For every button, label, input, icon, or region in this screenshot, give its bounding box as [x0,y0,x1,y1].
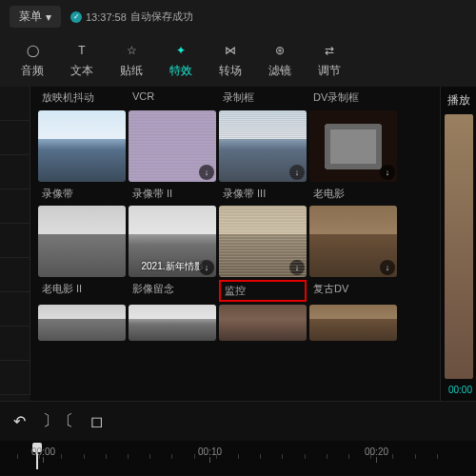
filter-icon: ⊛ [270,41,289,60]
effect-thumbnail[interactable]: ↓ [309,110,397,182]
header-label: VCR [129,90,216,105]
download-icon[interactable]: ↓ [380,165,395,180]
sidebar [0,87,30,401]
split-icon[interactable]: 〕〔 [43,411,73,431]
preview-thumbnail[interactable] [445,114,473,379]
effect-item[interactable] [129,305,216,341]
effect-label: 录像带 III [219,185,307,203]
download-icon[interactable]: ↓ [289,260,305,275]
preview-timecode: 00:00 [448,385,472,395]
menu-label: 菜单 [19,9,42,25]
status-text: 自动保存成功 [130,10,193,24]
effects-gallery: 放映机抖动 VCR 录制框 DV录制框 录像带↓录像带 II↓录像带 III↓老… [30,87,440,401]
effect-thumbnail[interactable] [309,305,397,341]
effect-item[interactable] [38,305,126,341]
effect-thumbnail[interactable] [38,206,126,277]
preview-label: 播放 [447,92,470,109]
check-icon: ✓ [70,11,82,23]
effect-thumbnail[interactable] [38,110,126,182]
sidebar-item[interactable] [0,189,30,224]
sticker-icon: ☆ [122,41,141,60]
effect-item[interactable]: 2021.新年情影↓影像留念 [129,206,216,302]
menu-button[interactable]: 菜单 ▾ [10,6,61,28]
effect-label: 录像带 [38,185,126,203]
effect-item[interactable]: ↓录像带 III [219,110,307,203]
sidebar-item[interactable] [0,121,30,155]
header-label: 放映机抖动 [38,90,126,105]
autosave-status: ✓ 13:37:58 自动保存成功 [70,10,193,24]
effect-item[interactable]: 老电影 II [38,206,126,302]
effects-icon: ✦ [171,41,190,60]
effect-item[interactable]: 录像带 [38,110,126,203]
download-icon[interactable]: ↓ [380,260,395,275]
tab-transition[interactable]: ⋈转场 [206,33,255,87]
effect-label: 影像留念 [129,280,216,298]
transition-icon: ⋈ [221,41,240,60]
effect-item[interactable]: ↓录像带 II [129,110,216,203]
download-icon[interactable]: ↓ [199,165,214,180]
tab-sticker[interactable]: ☆贴纸 [107,33,156,87]
header-label: DV录制框 [309,90,397,105]
crop-icon[interactable]: ◻ [90,412,103,430]
effect-label: 老电影 [309,185,397,203]
undo-icon[interactable]: ↶ [13,412,26,430]
header-label: 录制框 [219,90,307,105]
tab-effects[interactable]: ✦特效 [156,33,206,87]
timeline[interactable]: 00:00 00:10 00:20 [0,441,476,475]
text-icon: T [72,41,91,60]
effect-item[interactable]: ↓复古DV [309,206,397,302]
tab-text[interactable]: T文本 [57,33,107,87]
effect-item[interactable] [309,305,397,341]
effect-thumbnail[interactable] [219,305,307,341]
sidebar-item[interactable] [0,327,30,361]
download-icon[interactable]: ↓ [289,165,305,180]
download-icon[interactable]: ↓ [199,260,214,275]
effect-item[interactable]: ↓老电影 [309,110,397,203]
timeline-toolbar: ↶ 〕〔 ◻ [0,401,476,441]
sidebar-item[interactable] [0,224,30,258]
tab-filter[interactable]: ⊛滤镜 [255,33,305,87]
effect-item[interactable] [219,305,307,341]
chevron-down-icon: ▾ [46,10,51,24]
effect-thumbnail[interactable]: ↓ [309,206,397,277]
sidebar-item[interactable] [0,155,30,189]
tab-audio[interactable]: ◯音频 [8,33,57,87]
sidebar-item[interactable] [0,361,30,395]
audio-icon: ◯ [23,41,42,60]
effect-label: 复古DV [309,280,397,298]
effect-thumbnail[interactable] [38,305,126,341]
category-tabs: ◯音频 T文本 ☆贴纸 ✦特效 ⋈转场 ⊛滤镜 ⇄调节 [0,33,476,87]
effect-label: 老电影 II [38,280,126,298]
effect-label: 监控 [219,280,307,302]
effect-label: 录像带 II [129,185,216,203]
sidebar-item[interactable] [0,292,30,327]
adjust-icon: ⇄ [320,41,339,60]
effect-thumbnail[interactable] [129,305,216,341]
sidebar-item[interactable] [0,87,30,121]
header-labels: 放映机抖动 VCR 录制框 DV录制框 [38,90,432,105]
effect-thumbnail[interactable]: ↓ [129,110,216,182]
effect-thumbnail[interactable]: ↓ [219,110,307,182]
status-time: 13:37:58 [86,11,127,23]
tab-adjust[interactable]: ⇄调节 [305,33,354,87]
preview-panel: 播放 00:00 [440,87,476,401]
effect-thumbnail[interactable]: 2021.新年情影↓ [129,206,216,277]
topbar: 菜单 ▾ ✓ 13:37:58 自动保存成功 [0,0,476,33]
effect-item[interactable]: ↓监控 [219,206,307,302]
sidebar-item[interactable] [0,258,30,292]
effect-thumbnail[interactable]: ↓ [219,206,307,277]
